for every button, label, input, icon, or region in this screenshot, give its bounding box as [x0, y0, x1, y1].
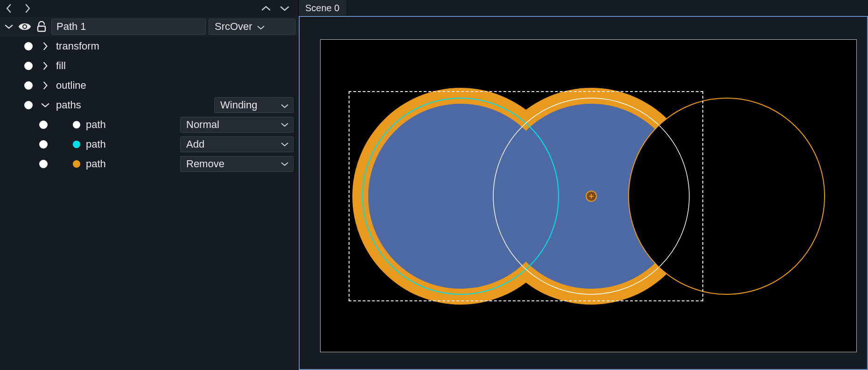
chevron-down-icon — [257, 21, 265, 33]
path-item-2[interactable]: path Remove — [0, 154, 298, 174]
path-item-0[interactable]: path Normal — [0, 115, 298, 135]
prop-fill[interactable]: fill — [0, 56, 298, 76]
prop-outline[interactable]: outline — [0, 76, 298, 95]
inspector-panel: SrcOver transform fill — [0, 0, 299, 370]
chevron-down-icon — [281, 122, 288, 127]
svg-rect-2 — [38, 26, 45, 31]
prop-transform[interactable]: transform — [0, 36, 298, 56]
prop-label: outline — [54, 79, 298, 92]
keyframe-dot[interactable] — [39, 121, 48, 129]
layer-name-input[interactable] — [51, 19, 206, 35]
chevron-right-icon[interactable] — [39, 60, 51, 72]
expand-toggle[interactable] — [3, 21, 15, 33]
prop-label: transform — [54, 40, 298, 52]
fill-rule-value: Winding — [220, 99, 257, 111]
chevron-down-icon — [281, 99, 288, 111]
chevron-down-icon — [281, 162, 288, 166]
origin-marker[interactable] — [586, 191, 597, 202]
path-label: path — [86, 119, 106, 131]
nav-forward-button[interactable] — [21, 2, 34, 14]
path-mode-select[interactable]: Add — [180, 136, 294, 152]
panel-nav — [0, 0, 298, 17]
path-item-1[interactable]: path Add — [0, 135, 298, 154]
path-mode-value: Normal — [186, 119, 219, 131]
canvas[interactable] — [320, 39, 857, 352]
blend-mode-select[interactable]: SrcOver — [209, 19, 295, 35]
keyframe-dot[interactable] — [24, 62, 33, 70]
path-mode-value: Add — [186, 138, 204, 150]
layer-header-row[interactable]: SrcOver — [0, 17, 298, 36]
chevron-right-icon[interactable] — [39, 40, 51, 52]
viewport-area: Scene 0 — [299, 0, 868, 370]
path-color-swatch[interactable] — [73, 160, 80, 168]
viewport[interactable] — [299, 16, 868, 370]
path-label: path — [86, 158, 106, 170]
prop-label: paths — [54, 99, 211, 111]
lock-icon[interactable] — [35, 20, 49, 34]
keyframe-dot[interactable] — [39, 140, 48, 149]
keyframe-dot[interactable] — [39, 160, 48, 168]
fill-rule-select[interactable]: Winding — [214, 97, 294, 113]
path-mode-select[interactable]: Remove — [180, 156, 294, 172]
keyframe-dot[interactable] — [24, 42, 33, 50]
prop-label: fill — [54, 60, 298, 72]
scene-tab[interactable]: Scene 0 — [299, 0, 347, 15]
keyframe-dot[interactable] — [24, 101, 33, 109]
blend-mode-value: SrcOver — [215, 21, 252, 33]
path-label: path — [86, 138, 106, 150]
scene-tab-label: Scene 0 — [305, 3, 339, 14]
chevron-down-icon — [281, 142, 288, 147]
keyframe-dot[interactable] — [24, 81, 33, 90]
scene-tab-bar: Scene 0 — [299, 0, 868, 16]
path-mode-select[interactable]: Normal — [180, 117, 294, 133]
selection-bounds[interactable] — [349, 91, 703, 301]
chevron-right-icon[interactable] — [39, 79, 51, 92]
chevron-down-icon[interactable] — [39, 99, 51, 111]
nav-down-button[interactable] — [279, 2, 291, 14]
nav-back-button[interactable] — [3, 2, 15, 14]
path-color-swatch[interactable] — [73, 121, 80, 128]
svg-point-1 — [23, 25, 26, 28]
path-mode-value: Remove — [186, 158, 224, 170]
visibility-icon[interactable] — [18, 20, 32, 34]
prop-paths[interactable]: paths Winding — [0, 95, 298, 115]
nav-up-button[interactable] — [260, 2, 272, 14]
path-color-swatch[interactable] — [73, 141, 80, 148]
